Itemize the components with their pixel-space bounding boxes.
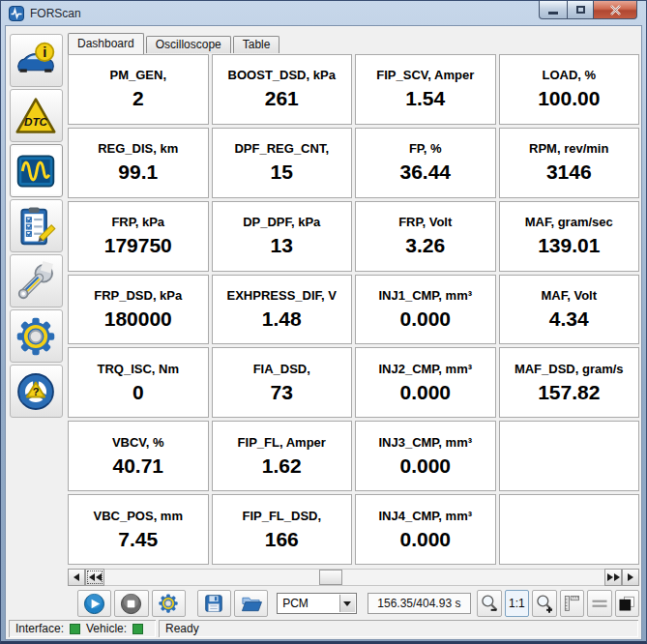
sidebar-button-vehicle-info[interactable]: i	[10, 34, 63, 87]
marker-button[interactable]	[615, 590, 639, 617]
parameter-value: 0	[132, 381, 144, 404]
titlebar[interactable]: FORScan	[1, 1, 646, 25]
dashboard-cell[interactable]: FRP_DSD, kPa 180000	[68, 275, 209, 345]
dashboard-cell[interactable]: FRP, kPa 179750	[68, 201, 209, 272]
vehicle-status-led	[132, 624, 143, 634]
play-icon	[83, 593, 105, 615]
sidebar-button-dtc[interactable]: DTC	[10, 89, 63, 142]
dashboard-cell[interactable]: BOOST_DSD, kPa 261	[212, 54, 353, 125]
scroll-left-button[interactable]	[68, 569, 85, 586]
parameter-label: REG_DIS, km	[98, 141, 178, 156]
parameter-value: 0.000	[399, 307, 451, 331]
parameter-label: FP, %	[409, 141, 442, 156]
dashboard-cell[interactable]: FIP_FL, Amper 1.62	[212, 421, 353, 491]
tab[interactable]: Dashboard	[68, 33, 144, 54]
save-button[interactable]	[197, 590, 231, 617]
dashboard-cell[interactable]: DPF_REG_CNT, 15	[212, 128, 353, 198]
parameter-value: 36.44	[399, 161, 451, 184]
parameter-label: INJ2_CMP, mm³	[378, 362, 472, 376]
interface-label: Interface:	[15, 622, 64, 635]
dashboard-cell[interactable]: REG_DIS, km 99.1	[68, 128, 209, 198]
dashboard-cell[interactable]	[499, 494, 640, 565]
minimize-button[interactable]	[539, 1, 568, 19]
parameter-label: DPF_REG_CNT,	[234, 141, 329, 156]
dashboard-cell[interactable]: PM_GEN, 2	[68, 54, 209, 125]
dashboard-cell[interactable]: LOAD, % 100.00	[499, 54, 640, 125]
dropdown-arrow-icon[interactable]	[339, 595, 355, 612]
dashboard-cell[interactable]	[499, 421, 640, 491]
scrollbar-track[interactable]	[104, 569, 604, 586]
tab[interactable]: Oscilloscope	[146, 36, 231, 53]
grid-lines-button[interactable]	[587, 590, 611, 617]
sidebar-button-settings[interactable]	[10, 309, 63, 363]
zoom-reset-button[interactable]: 1:1	[505, 590, 529, 617]
parameter-label: FIA_DSD,	[253, 362, 310, 376]
parameter-label: MAF, Volt	[541, 288, 597, 303]
dashboard-cell[interactable]: FIA_DSD, 73	[212, 347, 353, 418]
parameter-label: FRP, Volt	[398, 215, 452, 229]
module-selector[interactable]: PCM	[277, 593, 356, 614]
stop-button[interactable]	[114, 590, 148, 617]
parameter-label: TRQ_ISC, Nm	[97, 362, 179, 376]
parameter-value: 0.000	[399, 528, 451, 551]
checklist-icon	[15, 205, 57, 248]
parameter-value: 4.34	[549, 307, 589, 331]
time-display[interactable]: 156.35/404.93 s	[368, 593, 472, 614]
dashboard-cell[interactable]: VBC_POS, mm 7.45	[68, 494, 209, 565]
scroll-start-button[interactable]	[85, 569, 104, 586]
scrollbar-thumb[interactable]	[319, 570, 342, 585]
parameter-label: FIP_FL_DSD,	[242, 509, 321, 523]
status-message: Ready	[165, 622, 199, 635]
svg-text:DTC: DTC	[24, 115, 48, 128]
dashboard-cell[interactable]: FP, % 36.44	[355, 128, 496, 198]
open-folder-icon	[240, 593, 262, 615]
dashboard-cell[interactable]: INJ2_CMP, mm³ 0.000	[355, 347, 496, 418]
dashboard-cell[interactable]: FIP_FL_DSD, 166	[212, 494, 353, 565]
arrow-left-icon	[89, 573, 95, 581]
dashboard-cell[interactable]: MAF_DSD, gram/s 157.82	[499, 347, 640, 418]
dashboard-cell[interactable]: EXHPRESS_DIF, V 1.48	[212, 275, 353, 345]
dashboard-cell[interactable]: DP_DPF, kPa 13	[212, 201, 353, 272]
scroll-right-button[interactable]	[622, 569, 639, 586]
dashboard-cell[interactable]: INJ3_CMP, mm³ 0.000	[355, 421, 496, 491]
parameter-value: 180000	[104, 307, 172, 331]
parameter-label: FRP_DSD, kPa	[94, 288, 182, 303]
parameter-label: MAF_DSD, gram/s	[515, 362, 624, 376]
zoom-in-button[interactable]	[532, 590, 556, 617]
zoom-out-button[interactable]	[477, 590, 501, 617]
close-button[interactable]	[593, 1, 637, 19]
parameter-value: 1.54	[405, 87, 445, 110]
sidebar-button-help[interactable]: ?	[10, 365, 63, 418]
vehicle-label: Vehicle:	[86, 622, 127, 635]
dashboard-cell[interactable]: MAF, gram/sec 139.01	[499, 201, 640, 272]
dashboard-cell[interactable]: MAF, Volt 4.34	[499, 275, 640, 345]
car-info-icon: i	[15, 40, 57, 82]
status-message-panel: Ready	[159, 620, 638, 637]
record-settings-button[interactable]	[152, 590, 186, 617]
sidebar: i DTC	[6, 26, 66, 618]
parameter-label: FRP, kPa	[111, 215, 164, 229]
dashboard-cell[interactable]: FIP_SCV, Amper 1.54	[355, 54, 496, 125]
dashboard-cell[interactable]: TRQ_ISC, Nm 0	[68, 347, 209, 418]
scroll-end-button[interactable]	[604, 569, 622, 586]
dashboard-cell[interactable]: INJ4_CMP, mm³ 0.000	[355, 494, 496, 565]
open-button[interactable]	[234, 590, 268, 617]
maximize-button[interactable]	[567, 1, 594, 19]
dashboard-cell[interactable]: VBCV, % 40.71	[68, 421, 209, 491]
play-button[interactable]	[77, 590, 111, 617]
dashboard-cell[interactable]: RPM, rev/min 3146	[499, 128, 640, 198]
sidebar-button-tests[interactable]	[10, 199, 63, 252]
sidebar-button-service[interactable]	[10, 254, 63, 307]
dashboard-cell[interactable]: FRP, Volt 3.26	[355, 201, 496, 272]
parameter-label: INJ1_CMP, mm³	[378, 288, 472, 303]
dashboard-cell[interactable]: INJ1_CMP, mm³ 0.000	[355, 275, 496, 345]
measure-button[interactable]	[560, 590, 584, 617]
sidebar-button-oscilloscope[interactable]	[10, 144, 63, 197]
oscilloscope-icon	[15, 150, 57, 192]
parameter-value: 40.71	[112, 454, 163, 478]
parameter-value: 0.000	[399, 454, 451, 478]
tab[interactable]: Table	[233, 36, 280, 53]
parameter-label: DP_DPF, kPa	[243, 215, 320, 229]
parameter-label: VBCV, %	[112, 435, 164, 450]
marker-icon	[617, 594, 636, 613]
